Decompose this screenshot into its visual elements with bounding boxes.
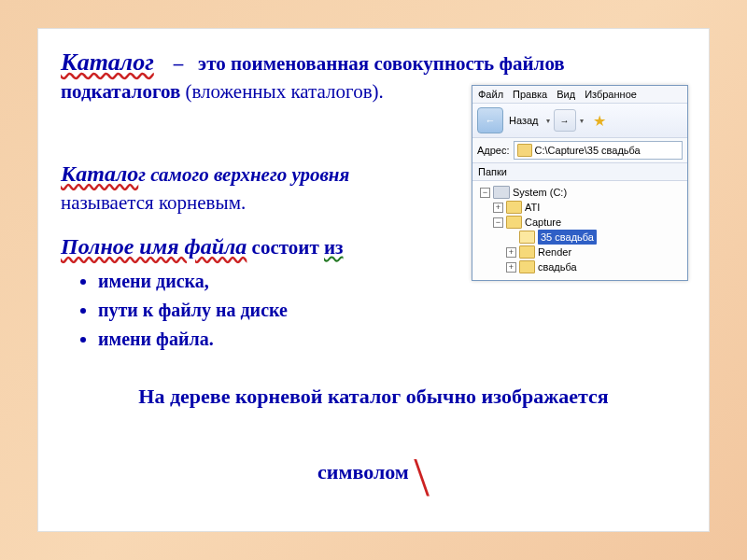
term-root-2: г самого верхнего уровня	[138, 163, 349, 186]
tree-node-ati[interactable]: + ATI	[476, 200, 684, 215]
list-item: пути к файлу на диске	[98, 296, 686, 325]
menu-edit[interactable]: Правка	[513, 89, 547, 100]
collapse-icon[interactable]: −	[480, 188, 490, 198]
back-caret-icon[interactable]: ▾	[546, 117, 550, 125]
address-input[interactable]: C:\Capture\35 свадьба	[514, 141, 683, 160]
explorer-window: Файл Правка Вид Избранное ← Назад ▾ → ▾ …	[472, 85, 688, 281]
dash: –	[174, 52, 184, 75]
menu-view[interactable]: Вид	[557, 89, 575, 100]
back-arrow-icon: ←	[486, 115, 496, 126]
consists-of: из	[324, 236, 344, 259]
def-text-1: это поименованная совокупность файлов	[198, 52, 565, 75]
tree-label: Render	[538, 245, 571, 259]
folder-open-icon	[519, 231, 535, 244]
menu-favorites[interactable]: Избранное	[585, 89, 637, 100]
tree-label: Capture	[525, 215, 561, 230]
folder-icon	[506, 201, 522, 214]
tree-label: ATI	[525, 200, 540, 215]
expand-icon[interactable]: +	[506, 247, 516, 258]
def-text-2b: (вложенных каталогов).	[180, 80, 384, 103]
bottom-note: На дереве корневой каталог обычно изобра…	[61, 377, 686, 523]
folder-tree: − System (C:) + ATI − Capture 35 свадьба…	[472, 181, 687, 280]
folders-pane-label: Папки	[472, 163, 687, 181]
address-path: C:\Capture\35 свадьба	[535, 145, 641, 156]
bottom-line-1: На дереве корневой каталог обычно изобра…	[61, 377, 686, 416]
drive-icon	[493, 186, 510, 199]
forward-button[interactable]: →	[554, 109, 576, 132]
tree-label-selected: 35 свадьба	[538, 230, 597, 245]
address-label: Адрес:	[477, 145, 510, 156]
folder-icon	[519, 260, 535, 273]
expand-icon[interactable]: +	[493, 203, 503, 213]
expand-icon[interactable]: +	[506, 262, 516, 273]
root-text: называется корневым.	[61, 191, 246, 214]
tree-node-selected[interactable]: 35 свадьба	[476, 230, 684, 245]
list-item: имени файла.	[98, 325, 686, 354]
back-label[interactable]: Назад	[509, 115, 539, 126]
tree-label: свадьба	[538, 259, 577, 274]
backslash-symbol: \	[414, 424, 430, 530]
explorer-toolbar: ← Назад ▾ → ▾ ★	[472, 104, 687, 138]
menu-file[interactable]: Файл	[478, 89, 503, 100]
slide-card: Каталог – это поименованная совокупность…	[37, 28, 710, 532]
tree-node-render[interactable]: + Render	[476, 245, 684, 259]
back-button[interactable]: ←	[477, 107, 503, 133]
collapse-icon[interactable]: −	[493, 217, 503, 228]
bottom-line-2-pre: символом	[317, 460, 414, 483]
search-icon[interactable]: ★	[593, 112, 606, 130]
forward-caret-icon[interactable]: ▾	[580, 117, 584, 125]
tree-node-capture[interactable]: − Capture	[476, 215, 684, 230]
term-fullname: Полное имя файла	[61, 234, 247, 259]
def-text-2a: подкаталогов	[61, 80, 180, 103]
address-bar: Адрес: C:\Capture\35 свадьба	[472, 138, 687, 163]
explorer-menubar: Файл Правка Вид Избранное	[472, 86, 687, 104]
folder-icon	[517, 144, 532, 157]
term-root-1: Катало	[61, 161, 138, 186]
forward-arrow-icon: →	[560, 116, 570, 126]
tree-node-svadba[interactable]: + свадьба	[476, 259, 684, 274]
term-catalog: Каталог	[61, 49, 154, 76]
tree-node-root[interactable]: − System (C:)	[476, 185, 684, 200]
consists-word: состоит	[247, 236, 324, 259]
folder-icon	[506, 216, 522, 229]
tree-label: System (C:)	[513, 185, 567, 200]
folder-icon	[519, 245, 535, 259]
